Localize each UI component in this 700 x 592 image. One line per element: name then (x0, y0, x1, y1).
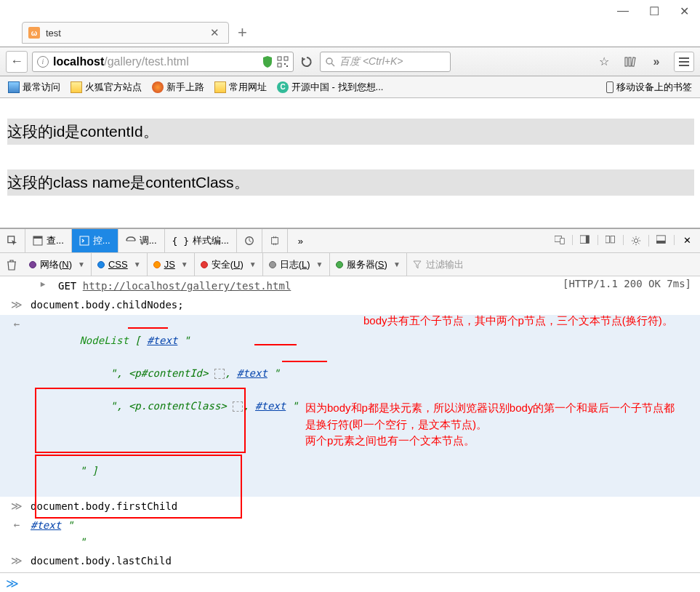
dot-icon (29, 261, 36, 268)
svg-rect-7 (625, 57, 627, 66)
tab-label: 调... (140, 234, 157, 247)
target-icon[interactable] (214, 369, 225, 379)
more-tabs[interactable]: » (288, 229, 313, 252)
folder-icon (214, 81, 226, 93)
inspect-element-button[interactable] (0, 229, 25, 252)
svg-rect-21 (273, 244, 274, 246)
svg-point-29 (634, 239, 637, 242)
filter-net[interactable]: 网络(N)▼ (23, 253, 92, 276)
reload-button[interactable] (298, 53, 315, 71)
console-output-line[interactable]: ← #text "" (0, 571, 700, 572)
paragraph-contentclass: 这段的class name是contentClass。 (7, 169, 694, 196)
svg-rect-9 (632, 57, 635, 65)
tab-close-button[interactable]: ✕ (209, 26, 221, 39)
filter-label: 日志(L) (280, 258, 310, 271)
site-info-icon[interactable]: i (37, 56, 49, 68)
quote: " (31, 536, 86, 548)
bookmark-star-icon[interactable]: ☆ (595, 53, 613, 71)
maximize-button[interactable]: ☐ (649, 4, 659, 18)
library-icon[interactable] (621, 53, 639, 71)
shield-icon[interactable] (262, 56, 273, 68)
text-node-link[interactable]: #text (255, 400, 286, 412)
target-icon[interactable] (233, 401, 243, 412)
prompt-icon: ≫ (11, 298, 23, 311)
bookmark-oschina[interactable]: C开源中国 - 找到您想... (273, 79, 387, 95)
request-url[interactable]: http://localhost/gallery/test.html (83, 280, 291, 292)
text-node-link[interactable]: #text (31, 519, 61, 531)
console-input-line[interactable]: ≫ document.body.childNodes; (0, 295, 700, 314)
close-window-button[interactable]: ✕ (680, 4, 689, 18)
console-request-line[interactable]: ▶ GET http://localhost/gallery/test.html… (0, 276, 700, 295)
firefox-icon (152, 81, 164, 93)
responsive-mode-button[interactable] (547, 235, 573, 245)
paragraph-contentid: 这段的id是contentId。 (7, 119, 694, 145)
search-input[interactable]: 百度 <Ctrl+K> (320, 52, 451, 72)
memory-tab[interactable] (262, 229, 288, 252)
svg-rect-1 (284, 57, 288, 60)
svg-rect-20 (275, 236, 276, 239)
filter-security[interactable]: 安全(U)▼ (195, 253, 263, 276)
url-input[interactable]: i localhost/gallery/test.html (32, 52, 294, 72)
text-node-link[interactable]: #text (237, 367, 267, 379)
bookmark-getting-started[interactable]: 新手上路 (148, 79, 208, 95)
dot-icon (269, 261, 276, 268)
style-editor-tab[interactable]: { } 样式编... (165, 229, 237, 252)
console-tab[interactable]: 控... (72, 229, 118, 252)
minimize-button[interactable]: — (617, 4, 629, 17)
bookmark-common-sites[interactable]: 常用网址 (211, 79, 270, 95)
bookmark-mobile[interactable]: 移动设备上的书签 (603, 79, 696, 95)
filter-js[interactable]: JS▼ (148, 253, 195, 276)
red-underline (128, 327, 168, 329)
svg-rect-22 (275, 244, 276, 246)
element-link[interactable]: <p#contentId> (129, 367, 209, 379)
console-drawer-button[interactable] (649, 235, 675, 245)
debugger-tab[interactable]: 调... (118, 229, 165, 252)
bookmark-most-visited[interactable]: 最常访问 (4, 79, 64, 95)
url-host: localhost (53, 55, 104, 68)
console-prompt[interactable]: ≫ (0, 572, 700, 592)
clear-console-button[interactable] (0, 259, 23, 271)
dock-options-button[interactable] (598, 235, 624, 245)
filter-output-input[interactable]: 过滤输出 (407, 258, 700, 271)
inspector-tab[interactable]: 查... (25, 229, 72, 252)
svg-rect-24 (560, 239, 564, 244)
element-link[interactable]: <p.contentClass> (129, 400, 227, 412)
filter-server[interactable]: 服务器(S)▼ (330, 253, 407, 276)
svg-rect-26 (586, 236, 589, 244)
red-underline (254, 344, 297, 345)
bookmark-label: 新手上路 (166, 81, 204, 94)
bookmark-label: 移动设备上的书签 (616, 81, 692, 94)
qr-icon[interactable] (277, 56, 289, 68)
filter-label: 安全(U) (212, 258, 244, 271)
settings-button[interactable] (624, 235, 649, 247)
overflow-icon[interactable]: » (648, 53, 665, 71)
page-icon (8, 81, 20, 93)
dot-icon (201, 261, 208, 268)
console-filter-bar: 网络(N)▼ CSS▼ JS▼ 安全(U)▼ 日志(L)▼ 服务器(S)▼ 过滤… (0, 253, 700, 276)
chevron-down-icon: ▼ (78, 260, 85, 268)
console-output-line[interactable]: ← #text " " (0, 516, 700, 551)
filter-label: 服务器(S) (347, 258, 387, 271)
funnel-icon (413, 260, 422, 269)
bookmark-label: 开源中国 - 找到您想... (291, 81, 383, 94)
console-input-line[interactable]: ≫ document.body.lastChild (0, 551, 700, 570)
prompt-icon: ≫ (6, 576, 19, 591)
browser-tab[interactable]: ω test ✕ (22, 22, 229, 44)
console-input-line[interactable]: ≫ document.body.firstChild (0, 497, 700, 516)
devtools-toolbar: 查... 控... 调... { } 样式编... » (0, 229, 700, 253)
annotation-text: body共有五个子节点，其中两个p节点，三个文本节点(换行符)。 (363, 313, 683, 329)
performance-tab[interactable] (237, 229, 262, 252)
devtools-close-button[interactable]: ✕ (675, 235, 700, 246)
filter-css[interactable]: CSS▼ (92, 253, 148, 276)
prompt-icon: ≫ (11, 500, 23, 513)
phone-icon (606, 81, 613, 93)
bookmark-firefox-site[interactable]: 火狐官方站点 (67, 79, 145, 95)
text-node-link[interactable]: #text (147, 335, 177, 346)
expand-arrow-icon[interactable]: ▶ (41, 279, 46, 289)
back-button[interactable]: ← (6, 51, 28, 73)
chevron-down-icon: ▼ (134, 260, 141, 268)
dock-side-button[interactable] (573, 235, 598, 245)
new-tab-button[interactable]: + (238, 23, 247, 42)
filter-log[interactable]: 日志(L)▼ (263, 253, 330, 276)
menu-button[interactable] (674, 52, 694, 72)
